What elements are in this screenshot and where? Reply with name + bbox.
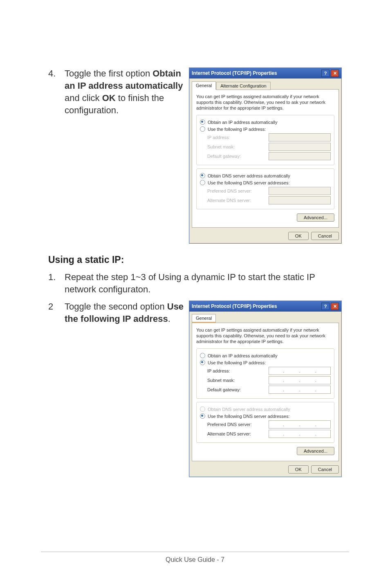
label-default-gateway: Default gateway: <box>207 387 269 392</box>
preferred-dns-field[interactable]: ... <box>269 420 331 429</box>
label-obtain-dns-auto: Obtain DNS server address automatically <box>208 407 290 412</box>
subnet-mask-field[interactable]: ... <box>269 376 331 384</box>
help-icon[interactable]: ? <box>321 70 329 77</box>
tab-strip: General Alternate Configuration <box>192 81 339 89</box>
ip-address-field <box>269 133 331 141</box>
subnet-mask-field <box>269 143 331 151</box>
dns-group: Obtain DNS server address automatically … <box>196 168 334 209</box>
dialog-title: Internet Protocol (TCP/IP) Properties <box>192 70 277 76</box>
default-gateway-field <box>269 152 331 160</box>
help-icon[interactable]: ? <box>321 303 329 310</box>
label-default-gateway: Default gateway: <box>207 154 269 159</box>
label-alternate-dns: Alternate DNS server: <box>207 198 269 203</box>
step-number: 1. <box>48 271 65 283</box>
cancel-button[interactable]: Cancel <box>311 232 339 240</box>
alternate-dns-field <box>269 196 331 204</box>
label-use-following-ip: Use the following IP address: <box>208 127 266 132</box>
step4-text: Toggle the first option Obtain an IP add… <box>65 67 187 117</box>
ok-button[interactable]: OK <box>288 232 309 240</box>
dns-group: Obtain DNS server address automatically … <box>196 402 334 443</box>
step-number: 2 <box>48 301 65 313</box>
tcpip-dialog-a: Internet Protocol (TCP/IP) Properties ? … <box>189 67 342 244</box>
close-icon[interactable]: ✕ <box>331 303 339 310</box>
step4-mid: and click <box>65 93 102 103</box>
radio-obtain-ip-auto[interactable] <box>200 119 205 125</box>
dialog-panel: You can get IP settings assigned automat… <box>192 323 339 461</box>
advanced-button[interactable]: Advanced... <box>297 447 334 455</box>
ok-button[interactable]: OK <box>288 465 309 474</box>
radio-use-following-ip[interactable] <box>200 360 205 365</box>
alternate-dns-field[interactable]: ... <box>269 430 331 438</box>
default-gateway-field[interactable]: ... <box>269 386 331 394</box>
label-ip-address: IP address: <box>207 368 269 373</box>
step-number: 4. <box>48 67 65 80</box>
label-obtain-dns-auto: Obtain DNS server address automatically <box>208 173 290 178</box>
label-preferred-dns: Preferred DNS server: <box>207 189 269 193</box>
label-subnet-mask: Subnet mask: <box>207 144 269 149</box>
step4-bold2: OK <box>102 93 116 103</box>
heading-static-ip: Using a static IP: <box>48 254 342 265</box>
close-icon[interactable]: ✕ <box>331 70 339 77</box>
cancel-button[interactable]: Cancel <box>311 465 339 474</box>
label-alternate-dns: Alternate DNS server: <box>207 431 269 436</box>
step2-pre: Toggle the second option <box>65 301 167 312</box>
radio-obtain-ip-auto[interactable] <box>200 353 205 358</box>
tab-general[interactable]: General <box>192 314 216 323</box>
radio-obtain-dns-auto[interactable] <box>200 173 205 178</box>
radio-use-following-dns[interactable] <box>200 180 205 185</box>
tab-general[interactable]: General <box>192 81 216 90</box>
step2-after: . <box>168 314 170 324</box>
label-preferred-dns: Preferred DNS server: <box>207 422 269 427</box>
label-ip-address: IP address: <box>207 135 269 140</box>
dialog-description: You can get IP settings assigned automat… <box>196 94 334 111</box>
advanced-button[interactable]: Advanced... <box>297 213 334 222</box>
dialog-panel: You can get IP settings assigned automat… <box>192 89 339 228</box>
radio-use-following-ip[interactable] <box>200 126 205 132</box>
label-obtain-ip-auto: Obtain an IP address automatically <box>208 120 277 125</box>
label-use-following-dns: Use the following DNS server addresses: <box>208 414 290 419</box>
dialog-title: Internet Protocol (TCP/IP) Properties <box>192 303 277 309</box>
ip-group: Obtain an IP address automatically Use t… <box>196 348 334 399</box>
step1-text: Repeat the step 1~3 of Using a dynamic I… <box>65 271 342 296</box>
radio-use-following-dns[interactable] <box>200 413 205 419</box>
tab-strip: General <box>192 314 339 323</box>
dialog-description: You can get IP settings assigned automat… <box>196 327 334 344</box>
radio-obtain-dns-auto <box>200 406 205 412</box>
label-subnet-mask: Subnet mask: <box>207 378 269 383</box>
label-use-following-dns: Use the following DNS server addresses: <box>208 180 290 185</box>
titlebar: Internet Protocol (TCP/IP) Properties ? … <box>189 301 341 312</box>
step4-pre: Toggle the first option <box>65 68 152 79</box>
label-obtain-ip-auto: Obtain an IP address automatically <box>208 353 277 358</box>
tcpip-dialog-b: Internet Protocol (TCP/IP) Properties ? … <box>189 301 342 477</box>
titlebar: Internet Protocol (TCP/IP) Properties ? … <box>189 68 341 79</box>
ip-group: Obtain an IP address automatically Use t… <box>196 115 334 165</box>
preferred-dns-field <box>269 187 331 195</box>
page-footer: Quick Use Guide - 7 <box>41 552 349 563</box>
label-use-following-ip: Use the following IP address: <box>208 360 266 365</box>
step2-text: Toggle the second option Use the followi… <box>65 301 187 325</box>
ip-address-field[interactable]: ... <box>269 367 331 375</box>
tab-alternate-config[interactable]: Alternate Configuration <box>216 82 271 90</box>
